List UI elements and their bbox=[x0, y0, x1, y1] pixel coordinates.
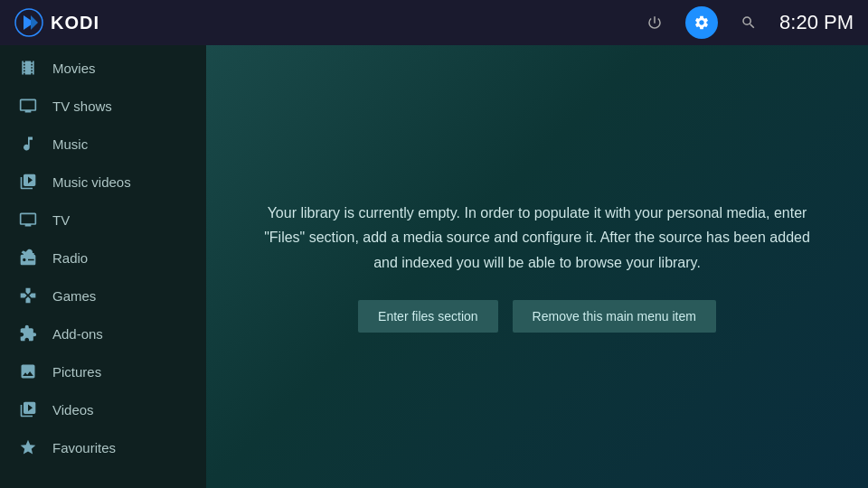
sidebar-item-favourites[interactable]: Favourites bbox=[0, 428, 206, 466]
sidebar-label-music: Music bbox=[52, 136, 88, 152]
app-branding: KODI bbox=[14, 8, 99, 37]
kodi-logo-icon bbox=[14, 8, 43, 37]
addons-icon bbox=[18, 324, 38, 343]
sidebar-item-radio[interactable]: Radio bbox=[0, 239, 206, 277]
app-title: KODI bbox=[51, 13, 99, 33]
sidebar-item-pictures[interactable]: Pictures bbox=[0, 352, 206, 390]
sidebar-label-pictures: Pictures bbox=[52, 364, 101, 380]
tvshows-icon bbox=[18, 96, 38, 116]
content-area: Your library is currently empty. In orde… bbox=[206, 45, 868, 488]
sidebar-label-movies: Movies bbox=[52, 61, 96, 76]
sidebar-item-videos[interactable]: Videos bbox=[0, 390, 206, 428]
sidebar-item-games[interactable]: Games bbox=[0, 277, 206, 314]
videos-icon bbox=[18, 399, 38, 419]
sidebar-label-favourites: Favourites bbox=[52, 440, 116, 455]
settings-button[interactable] bbox=[685, 6, 718, 39]
radio-icon bbox=[18, 248, 38, 267]
favourites-icon bbox=[18, 437, 38, 457]
sidebar-label-games: Games bbox=[52, 288, 96, 304]
musicvideos-icon bbox=[18, 172, 38, 192]
time-display: 8:20 PM bbox=[779, 11, 854, 34]
top-bar: KODI 8:20 PM bbox=[0, 0, 868, 45]
sidebar-item-tv[interactable]: TV bbox=[0, 201, 206, 239]
enter-files-button[interactable]: Enter files section bbox=[358, 300, 498, 333]
empty-library-message: Your library is currently empty. In orde… bbox=[257, 201, 817, 275]
pictures-icon bbox=[18, 361, 38, 381]
search-icon bbox=[741, 14, 757, 31]
sidebar: Movies TV shows Music Music videos TV bbox=[0, 45, 206, 488]
sidebar-item-addons[interactable]: Add-ons bbox=[0, 314, 206, 352]
games-icon bbox=[18, 286, 38, 305]
sidebar-label-musicvideos: Music videos bbox=[52, 174, 131, 190]
sidebar-item-movies[interactable]: Movies bbox=[0, 49, 206, 87]
tv-icon bbox=[18, 210, 38, 230]
sidebar-label-videos: Videos bbox=[52, 402, 94, 418]
search-button[interactable] bbox=[732, 6, 765, 39]
movies-icon bbox=[18, 58, 38, 78]
settings-icon bbox=[693, 14, 710, 31]
power-icon bbox=[646, 14, 663, 31]
remove-menu-item-button[interactable]: Remove this main menu item bbox=[513, 300, 716, 333]
empty-library-box: Your library is currently empty. In orde… bbox=[257, 201, 817, 333]
power-button[interactable] bbox=[638, 6, 671, 39]
sidebar-item-tvshows[interactable]: TV shows bbox=[0, 87, 206, 125]
main-content: Movies TV shows Music Music videos TV bbox=[0, 45, 868, 488]
top-bar-controls: 8:20 PM bbox=[638, 6, 854, 39]
sidebar-item-musicvideos[interactable]: Music videos bbox=[0, 163, 206, 201]
sidebar-label-tvshows: TV shows bbox=[52, 99, 112, 114]
sidebar-label-radio: Radio bbox=[52, 250, 88, 266]
sidebar-label-tv: TV bbox=[52, 212, 70, 228]
sidebar-item-music[interactable]: Music bbox=[0, 125, 206, 163]
action-buttons: Enter files section Remove this main men… bbox=[257, 300, 817, 333]
music-icon bbox=[18, 134, 38, 154]
sidebar-label-addons: Add-ons bbox=[52, 326, 103, 342]
